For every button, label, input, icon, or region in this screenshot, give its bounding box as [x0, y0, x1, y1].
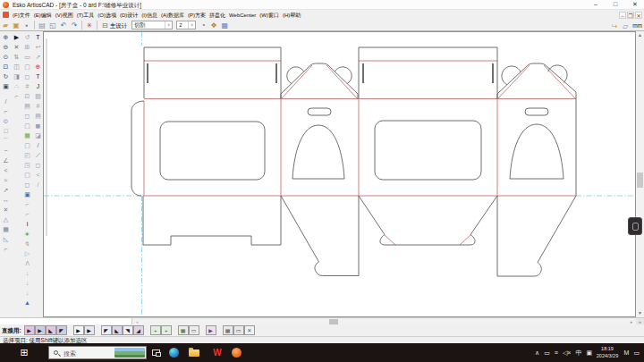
palette-tool-2-12[interactable]: ◰ — [22, 150, 32, 160]
view-option-4-1[interactable]: ▭ — [189, 325, 199, 335]
palette-tool-0-14[interactable]: < — [1, 165, 11, 175]
vertical-scroll-thumb[interactable] — [637, 173, 643, 188]
palette-tool-0-11[interactable]: ⌒ — [1, 136, 11, 146]
edge-icon[interactable] — [166, 343, 182, 362]
view-option-1-0[interactable]: ▶ — [73, 325, 84, 335]
orange-app-icon[interactable] — [229, 343, 245, 362]
palette-tool-0-0[interactable]: ⊕ — [1, 32, 11, 42]
mdi-restore-button[interactable]: ❐ — [627, 12, 634, 19]
palette-tool-2-10[interactable]: ▦ — [22, 130, 32, 140]
palette-tool-0-4[interactable]: ↻ — [1, 72, 11, 81]
overlay-widget[interactable] — [628, 217, 642, 235]
zoom-combo[interactable]: 2˅ — [176, 21, 196, 29]
palette-tool-2-19[interactable]: i — [22, 219, 32, 229]
search-highlight-image[interactable] — [114, 348, 145, 358]
palette-tool-0-3[interactable]: ⊡ — [1, 62, 11, 72]
palette-tool-2-4[interactable]: ◻ — [22, 72, 32, 81]
palette-tool-0-12[interactable]: ~ — [1, 146, 11, 156]
palette-tool-3-3[interactable]: ⊕ — [33, 62, 43, 72]
palette-tool-2-23[interactable]: Λ — [22, 258, 32, 268]
view-option-3-1[interactable]: + — [161, 325, 172, 335]
palette-tool-1-0[interactable]: ▶ — [12, 32, 21, 42]
redo-icon[interactable]: ↷ — [69, 21, 80, 30]
palette-tool-2-0[interactable]: ↺ — [22, 32, 32, 42]
palette-tool-0-9[interactable]: ⊙ — [1, 116, 11, 126]
palette-tool-2-6[interactable]: ⊡ — [22, 91, 32, 101]
palette-tool-3-13[interactable]: ◻ — [33, 160, 43, 170]
tray-expand-icon[interactable]: ∧ — [535, 343, 539, 362]
palette-tool-2-3[interactable]: ▢ — [22, 62, 32, 72]
scroll-down-icon[interactable]: ▼ — [636, 309, 644, 317]
palette-tool-2-27[interactable]: ▲ — [22, 298, 32, 307]
start-button[interactable]: ⊞ — [9, 343, 39, 362]
drawing-canvas[interactable] — [43, 31, 636, 317]
palette-tool-0-5[interactable]: ▣ — [1, 81, 11, 91]
view-option-6-1[interactable]: ▭ — [233, 325, 244, 335]
palette-tool-0-21[interactable]: ◺ — [1, 234, 11, 244]
file-explorer-icon[interactable] — [186, 343, 202, 362]
palette-tool-0-2[interactable]: ⊙ — [1, 52, 11, 62]
palette-tool-3-0[interactable]: T — [33, 32, 43, 42]
clock[interactable]: 18:19 2024/3/29 — [592, 345, 623, 359]
task-view-button[interactable] — [148, 343, 165, 362]
view-option-3-0[interactable]: + — [150, 325, 161, 335]
palette-tool-2-21[interactable]: ↯ — [22, 239, 32, 248]
palette-tool-1-5[interactable]: ∴ — [12, 81, 21, 91]
open-icon[interactable]: ▰ — [0, 21, 11, 30]
palette-tool-3-14[interactable]: < — [33, 170, 43, 180]
palette-tool-2-8[interactable]: ◻ — [22, 111, 32, 121]
palette-tool-3-15[interactable]: / — [33, 180, 43, 189]
wps-icon[interactable]: W — [209, 343, 225, 362]
tray-display-icon[interactable]: ▭ — [544, 343, 550, 362]
palette-tool-3-4[interactable]: T — [33, 72, 43, 81]
view-option-6-0[interactable]: ▦ — [223, 325, 233, 335]
palette-tool-2-22[interactable]: ▷ — [22, 248, 32, 258]
measure-icon[interactable]: ↪ — [609, 21, 620, 31]
view-option-6-2[interactable]: ✕ — [244, 325, 255, 335]
palette-tool-3-7[interactable]: # — [33, 101, 43, 111]
palette-tool-0-18[interactable]: ✕ — [1, 205, 11, 215]
palette-tool-2-20[interactable]: ∗ — [22, 229, 32, 239]
palette-tool-2-14[interactable]: ▢ — [22, 170, 32, 180]
view-option-4-0[interactable]: ▦ — [178, 325, 189, 335]
view-option-2-0[interactable]: ◤ — [101, 325, 112, 335]
scale-icon[interactable]: ◔ — [198, 21, 208, 30]
palette-tool-0-7[interactable]: / — [1, 97, 11, 106]
browse-icon[interactable]: ▱ — [620, 21, 631, 31]
maximize-button[interactable]: □ — [606, 0, 624, 10]
search-box[interactable]: 搜索 — [48, 346, 147, 359]
palette-tool-0-13[interactable]: ∠ — [1, 156, 11, 165]
palette-tool-2-16[interactable]: ▣ — [22, 189, 32, 199]
view-option-0-2[interactable]: ◣ — [46, 325, 56, 335]
palette-tool-0-8[interactable]: ⌐ — [1, 106, 11, 116]
palette-tool-3-12[interactable]: ⟋ — [33, 150, 43, 160]
undo-icon[interactable]: ↶ — [58, 21, 69, 30]
minimize-button[interactable]: – — [587, 0, 605, 10]
palette-tool-2-24[interactable]: ↓ — [22, 268, 32, 278]
standards-catalog-icon[interactable]: ▣ — [11, 21, 21, 30]
palette-tool-0-10[interactable]: □ — [1, 126, 11, 136]
table-icon[interactable]: ▦ — [219, 21, 230, 30]
notification-center-icon[interactable]: ▭ — [633, 343, 640, 362]
palette-tool-2-15[interactable]: ◻ — [22, 180, 32, 189]
palette-tool-0-15[interactable]: ≈ — [1, 175, 11, 185]
palette-tool-2-9[interactable]: ▢ — [22, 121, 32, 130]
tray-usb-icon[interactable]: ≡ — [555, 343, 558, 362]
ime-indicator[interactable]: 中 — [575, 343, 581, 362]
palette-tool-0-16[interactable]: ↗ — [1, 185, 11, 195]
palette-tool-0-22[interactable]: ⌐ — [1, 244, 11, 254]
palette-tool-3-1[interactable]: ↩ — [33, 42, 43, 52]
palette-tool-2-26[interactable]: ↓ — [22, 288, 32, 298]
ime-mode-icon[interactable]: ▣ — [586, 343, 592, 362]
palette-tool-0-19[interactable]: △ — [1, 215, 11, 224]
palette-tool-1-1[interactable]: ✕ — [12, 42, 21, 52]
palette-tool-3-8[interactable]: ▤ — [33, 111, 43, 121]
main-design-button[interactable]: ⊟主设计 — [99, 21, 130, 30]
view-option-2-1[interactable]: ◣ — [112, 325, 123, 335]
tray-volume-muted-icon[interactable]: ◁× — [563, 343, 571, 362]
save-icon[interactable]: ▪ — [21, 21, 32, 30]
layer-combo[interactable]: 切割˅ — [131, 21, 173, 29]
palette-tool-3-5[interactable]: J — [33, 81, 43, 91]
palette-tool-2-18[interactable]: ⌐ — [22, 209, 32, 219]
view-option-0-1[interactable]: ▶ — [35, 325, 46, 335]
